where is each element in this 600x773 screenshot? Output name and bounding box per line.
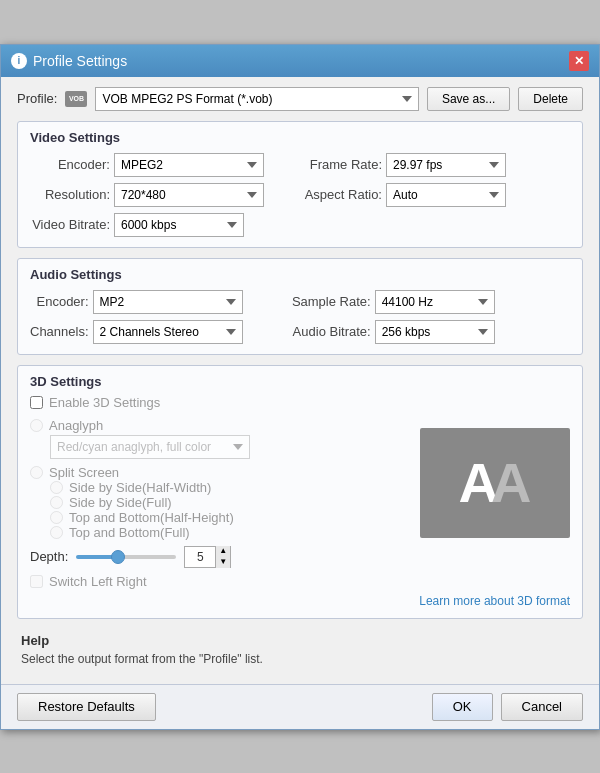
title-bar-left: i Profile Settings [11,53,127,69]
audio-bitrate-select[interactable]: 256 kbps [375,320,495,344]
frame-rate-select[interactable]: 29.97 fps [386,153,506,177]
video-bitrate-select[interactable]: 6000 kbps [114,213,244,237]
top-bottom-half-row: Top and Bottom(Half-Height) [50,510,410,525]
sample-rate-label: Sample Rate: [292,294,371,309]
threed-content: Anaglyph Red/cyan anaglyph, full color S… [30,418,570,589]
profile-row: Profile: VOB VOB MPEG2 PS Format (*.vob)… [17,87,583,111]
depth-row: Depth: 5 ▲ ▼ [30,546,410,568]
depth-increment-button[interactable]: ▲ [216,546,230,557]
switch-left-right-checkbox[interactable] [30,575,43,588]
top-bottom-full-row: Top and Bottom(Full) [50,525,410,540]
aspect-ratio-label: Aspect Ratio: [302,187,382,202]
depth-value: 5 [185,550,215,564]
video-bitrate-label: Video Bitrate: [30,217,110,232]
channels-label: Channels: [30,324,89,339]
split-screen-label: Split Screen [49,465,119,480]
split-screen-row: Split Screen [30,465,410,480]
footer: Restore Defaults OK Cancel [1,684,599,729]
depth-spinner: ▲ ▼ [215,546,230,568]
enable-3d-label[interactable]: Enable 3D Settings [49,395,160,410]
frame-rate-label: Frame Rate: [302,157,382,172]
side-by-side-full-radio[interactable] [50,496,63,509]
split-screen-radio[interactable] [30,466,43,479]
preview-letter-right: A [491,450,531,515]
video-settings-grid: Encoder: MPEG2 Frame Rate: 29.97 fps Res… [30,153,570,237]
top-bottom-full-label: Top and Bottom(Full) [69,525,190,540]
top-bottom-half-label: Top and Bottom(Half-Height) [69,510,234,525]
video-settings-section: Video Settings Encoder: MPEG2 Frame Rate… [17,121,583,248]
enable-3d-checkbox[interactable] [30,396,43,409]
audio-bitrate-label: Audio Bitrate: [292,324,371,339]
top-bottom-full-radio[interactable] [50,526,63,539]
side-by-side-half-row: Side by Side(Half-Width) [50,480,410,495]
dialog-window: i Profile Settings ✕ Profile: VOB VOB MP… [0,44,600,730]
resolution-select[interactable]: 720*480 [114,183,264,207]
ok-button[interactable]: OK [432,693,493,721]
preview-letters: A A [459,450,532,515]
depth-decrement-button[interactable]: ▼ [216,557,230,568]
video-settings-title: Video Settings [30,130,570,145]
profile-label: Profile: [17,91,57,106]
switch-row: Switch Left Right [30,574,410,589]
learn-more-row: Learn more about 3D format [30,593,570,608]
threed-left: Anaglyph Red/cyan anaglyph, full color S… [30,418,410,589]
switch-left-right-label: Switch Left Right [49,574,147,589]
title-text: Profile Settings [33,53,127,69]
side-by-side-full-label: Side by Side(Full) [69,495,172,510]
side-by-side-full-row: Side by Side(Full) [50,495,410,510]
top-bottom-half-radio[interactable] [50,511,63,524]
sample-rate-select[interactable]: 44100 Hz [375,290,495,314]
profile-format-icon: VOB [65,91,87,107]
main-content: Profile: VOB VOB MPEG2 PS Format (*.vob)… [1,77,599,684]
depth-slider[interactable] [76,555,176,559]
depth-label: Depth: [30,549,68,564]
cancel-button[interactable]: Cancel [501,693,583,721]
anaglyph-radio[interactable] [30,419,43,432]
preview-box: A A [420,428,570,538]
enable-3d-row: Enable 3D Settings [30,395,570,410]
anaglyph-label: Anaglyph [49,418,103,433]
audio-settings-title: Audio Settings [30,267,570,282]
learn-more-link[interactable]: Learn more about 3D format [419,594,570,608]
side-by-side-half-label: Side by Side(Half-Width) [69,480,211,495]
help-title: Help [21,633,579,648]
restore-defaults-button[interactable]: Restore Defaults [17,693,156,721]
encoder-label: Encoder: [30,157,110,172]
encoder-select[interactable]: MPEG2 [114,153,264,177]
resolution-label: Resolution: [30,187,110,202]
channels-select[interactable]: 2 Channels Stereo [93,320,243,344]
depth-value-box: 5 ▲ ▼ [184,546,231,568]
close-button[interactable]: ✕ [569,51,589,71]
app-icon: i [11,53,27,69]
audio-settings-section: Audio Settings Encoder: MP2 Sample Rate:… [17,258,583,355]
anaglyph-row: Anaglyph [30,418,410,433]
delete-button[interactable]: Delete [518,87,583,111]
audio-encoder-label: Encoder: [30,294,89,309]
help-text: Select the output format from the "Profi… [21,652,579,666]
audio-encoder-select[interactable]: MP2 [93,290,243,314]
split-screen-options: Side by Side(Half-Width) Side by Side(Fu… [50,480,410,540]
side-by-side-half-radio[interactable] [50,481,63,494]
audio-settings-grid: Encoder: MP2 Sample Rate: 44100 Hz Chann… [30,290,570,344]
help-section: Help Select the output format from the "… [17,629,583,674]
save-as-button[interactable]: Save as... [427,87,510,111]
anaglyph-type-select[interactable]: Red/cyan anaglyph, full color [50,435,250,459]
footer-right: OK Cancel [432,693,583,721]
threed-settings-title: 3D Settings [30,374,570,389]
threed-settings-section: 3D Settings Enable 3D Settings Anaglyph … [17,365,583,619]
title-bar: i Profile Settings ✕ [1,45,599,77]
profile-select[interactable]: VOB MPEG2 PS Format (*.vob) [95,87,418,111]
aspect-ratio-select[interactable]: Auto [386,183,506,207]
